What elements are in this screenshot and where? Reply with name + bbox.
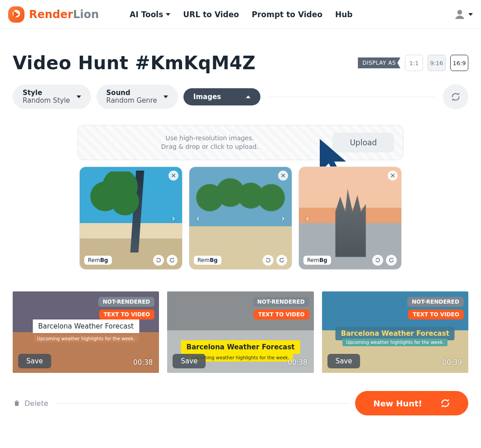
trash-icon: [13, 399, 21, 407]
image-thumb[interactable]: ✕ ‹ › RemBg: [189, 167, 292, 270]
new-hunt-button[interactable]: New Hunt!: [355, 391, 468, 415]
rotate-right-icon: [169, 257, 175, 263]
upload-dropzone[interactable]: Use high-resolution images. Drag & drop …: [77, 125, 404, 160]
control-bar: Style Random Style Sound Random Genre Im…: [13, 84, 468, 110]
images-label: Images: [193, 93, 221, 101]
rotate-right-button[interactable]: [276, 255, 287, 266]
card-title: Barcelona Weather Forecast: [33, 319, 139, 333]
save-button[interactable]: Save: [173, 354, 206, 368]
top-nav: RenderLion AI Tools URL to Video Prompt …: [0, 0, 481, 29]
chevron-up-icon: [246, 95, 250, 98]
save-button[interactable]: Save: [327, 354, 361, 368]
card-subtitle: Upcoming weather highlights for the week…: [342, 338, 447, 346]
rotate-left-button[interactable]: [372, 255, 383, 266]
ratio-1-1[interactable]: 1:1: [405, 55, 423, 71]
rotate-right-icon: [279, 257, 285, 263]
rotate-right-button[interactable]: [386, 255, 397, 266]
refresh-button[interactable]: [443, 84, 468, 110]
card-title: Barcelona Weather Forecast: [181, 340, 300, 354]
rotate-left-icon: [375, 257, 381, 263]
image-thumb[interactable]: ✕ › RemBg: [79, 167, 183, 270]
rotate-left-button[interactable]: [263, 255, 274, 266]
style-value: Random Style: [23, 97, 70, 105]
rotate-left-icon: [265, 257, 271, 263]
remove-image-button[interactable]: ✕: [388, 171, 398, 181]
brand-logo[interactable]: RenderLion: [8, 6, 99, 23]
remove-image-button[interactable]: ✕: [278, 171, 288, 181]
divider: [55, 403, 349, 404]
upload-instructions: Use high-resolution images. Drag & drop …: [87, 134, 332, 151]
next-image-button[interactable]: ›: [277, 212, 289, 224]
sound-dropdown[interactable]: Sound Random Genre: [96, 85, 178, 110]
rotate-right-icon: [388, 257, 394, 263]
next-image-button[interactable]: ›: [168, 212, 179, 224]
display-as-group: DISPLAY AS 1:1 9:16 16:9: [358, 55, 468, 71]
rotate-right-button[interactable]: [167, 255, 178, 266]
duration-label: 00:39: [443, 358, 462, 367]
chevron-down-icon: [468, 13, 473, 16]
duration-label: 00:38: [288, 358, 307, 367]
refresh-icon: [451, 92, 461, 102]
refresh-icon: [440, 398, 450, 408]
rotate-left-button[interactable]: [153, 255, 164, 266]
ratio-16-9[interactable]: 16:9: [450, 55, 468, 71]
result-card[interactable]: NOT-RENDERED TEXT TO VIDEO Barcelona Wea…: [167, 291, 313, 373]
divider: [269, 97, 435, 97]
nav-ai-tools-label: AI Tools: [130, 10, 163, 19]
save-button[interactable]: Save: [18, 354, 51, 368]
chevron-down-icon: [164, 95, 168, 98]
prev-image-button[interactable]: ‹: [302, 212, 313, 224]
account-menu[interactable]: [453, 8, 473, 21]
nav-hub[interactable]: Hub: [335, 10, 353, 19]
type-badge: TEXT TO VIDEO: [408, 310, 464, 319]
ratio-9-16[interactable]: 9:16: [428, 55, 446, 71]
page-title: Video Hunt #KmKqM4Z: [13, 52, 256, 73]
upload-button[interactable]: Upload: [332, 133, 394, 153]
delete-button[interactable]: Delete: [13, 399, 48, 408]
result-card[interactable]: NOT-RENDERED TEXT TO VIDEO Barcelona Wea…: [13, 291, 159, 373]
duration-label: 00:38: [133, 358, 153, 367]
svg-point-0: [457, 10, 462, 14]
style-dropdown[interactable]: Style Random Style: [13, 85, 91, 110]
result-card[interactable]: NOT-RENDERED TEXT TO VIDEO Barcelona Wea…: [322, 291, 468, 373]
card-subtitle: Upcoming weather highlights for the week…: [34, 335, 139, 343]
chevron-down-icon: [77, 95, 81, 98]
image-thumb[interactable]: ✕ ‹ RemBg: [298, 167, 402, 270]
remove-bg-button[interactable]: RemBg: [303, 256, 331, 265]
nav-prompt-to-video[interactable]: Prompt to Video: [252, 10, 322, 19]
footer-actions: Delete New Hunt!: [13, 391, 468, 415]
rotate-left-icon: [155, 257, 162, 263]
type-badge: TEXT TO VIDEO: [99, 310, 155, 319]
status-badge: NOT-RENDERED: [98, 297, 155, 307]
results-row: NOT-RENDERED TEXT TO VIDEO Barcelona Wea…: [13, 291, 468, 373]
brand-word-2: Lion: [73, 8, 99, 21]
brand-mark-icon: [8, 6, 24, 23]
primary-nav: AI Tools URL to Video Prompt to Video Hu…: [130, 10, 352, 19]
status-badge: NOT-RENDERED: [253, 297, 309, 307]
sound-value: Random Genre: [106, 97, 157, 105]
image-thumbs: ✕ › RemBg ✕ ‹ › RemBg: [13, 167, 468, 270]
chevron-down-icon: [166, 13, 170, 16]
images-dropdown[interactable]: Images: [183, 88, 260, 105]
prev-image-button[interactable]: ‹: [192, 212, 204, 224]
sound-label: Sound: [106, 89, 157, 97]
remove-bg-button[interactable]: RemBg: [84, 256, 112, 265]
remove-image-button[interactable]: ✕: [168, 171, 178, 181]
nav-url-to-video[interactable]: URL to Video: [183, 10, 239, 19]
remove-bg-button[interactable]: RemBg: [194, 256, 221, 265]
type-badge: TEXT TO VIDEO: [254, 310, 309, 319]
display-as-label: DISPLAY AS: [358, 57, 400, 68]
style-label: Style: [23, 89, 70, 97]
nav-ai-tools[interactable]: AI Tools: [130, 10, 170, 19]
person-icon: [453, 8, 467, 21]
status-badge: NOT-RENDERED: [407, 297, 464, 307]
brand-word-1: Render: [29, 8, 73, 21]
